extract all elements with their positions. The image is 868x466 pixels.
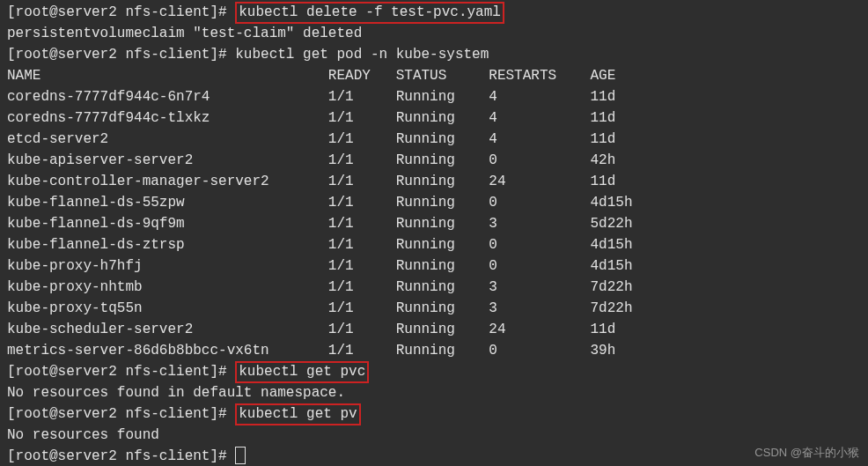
table-row: kube-proxy-h7hfj 1/1 Running 0 4d15h — [7, 255, 861, 277]
command-2: kubectl get pod -n kube-system — [235, 47, 489, 63]
cursor — [235, 447, 246, 464]
table-row: etcd-server2 1/1 Running 4 11d — [7, 129, 861, 150]
table-row: kube-controller-manager-server2 1/1 Runn… — [7, 171, 861, 192]
table-row: kube-flannel-ds-9qf9m 1/1 Running 3 5d22… — [7, 213, 861, 234]
table-row: kube-scheduler-server2 1/1 Running 24 11… — [7, 319, 861, 340]
table-row: kube-flannel-ds-ztrsp 1/1 Running 0 4d15… — [7, 234, 861, 255]
table-row: metrics-server-86d6b8bbcc-vx6tn 1/1 Runn… — [7, 340, 861, 361]
shell-prompt: [root@server2 nfs-client]# — [7, 406, 235, 422]
terminal-line-prompt[interactable]: [root@server2 nfs-client]# — [7, 446, 861, 466]
table-row: coredns-7777df944c-tlxkz 1/1 Running 4 1… — [7, 107, 861, 129]
table-header: NAME READY STATUS RESTARTS AGE — [7, 65, 861, 86]
terminal-output-1: persistentvolumeclaim "test-claim" delet… — [7, 23, 861, 44]
terminal-output-3: No resources found in default namespace. — [7, 382, 861, 403]
terminal-line-cmd2: [root@server2 nfs-client]# kubectl get p… — [7, 44, 861, 65]
table-row: kube-proxy-nhtmb 1/1 Running 3 7d22h — [7, 277, 861, 298]
table-row: kube-flannel-ds-55zpw 1/1 Running 0 4d15… — [7, 192, 861, 213]
highlighted-command-1: kubectl delete -f test-pvc.yaml — [235, 2, 504, 24]
shell-prompt: [root@server2 nfs-client]# — [7, 448, 235, 464]
terminal-output-4: No resources found — [7, 425, 861, 446]
watermark: CSDN @奋斗的小猴 — [754, 444, 859, 462]
shell-prompt: [root@server2 nfs-client]# — [7, 364, 235, 380]
highlighted-command-3: kubectl get pvc — [235, 361, 369, 383]
terminal-line-cmd3: [root@server2 nfs-client]# kubectl get p… — [7, 361, 861, 382]
table-row: kube-proxy-tq55n 1/1 Running 3 7d22h — [7, 298, 861, 319]
terminal-line-cmd4: [root@server2 nfs-client]# kubectl get p… — [7, 403, 861, 425]
shell-prompt: [root@server2 nfs-client]# — [7, 47, 235, 63]
pod-table: NAME READY STATUS RESTARTS AGEcoredns-77… — [7, 65, 861, 361]
table-row: coredns-7777df944c-6n7r4 1/1 Running 4 1… — [7, 86, 861, 107]
highlighted-command-4: kubectl get pv — [235, 403, 360, 425]
terminal-line-cmd1: [root@server2 nfs-client]# kubectl delet… — [7, 2, 861, 23]
table-row: kube-apiserver-server2 1/1 Running 0 42h — [7, 150, 861, 171]
shell-prompt: [root@server2 nfs-client]# — [7, 4, 235, 20]
